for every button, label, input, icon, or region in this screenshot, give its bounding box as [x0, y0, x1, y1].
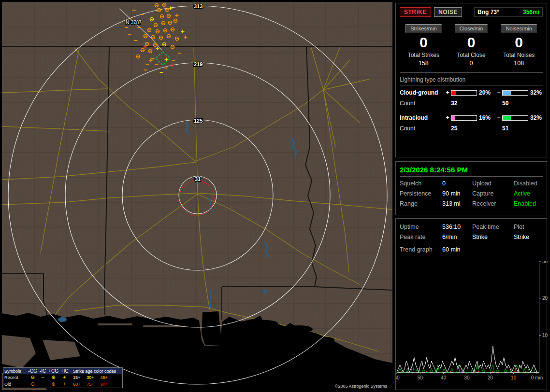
- strike-mode-button[interactable]: STRIKE: [400, 7, 431, 17]
- capture-status: Active: [514, 190, 543, 197]
- close-per-min-button[interactable]: Close/min: [455, 24, 488, 33]
- legend-col-nic: -IC: [38, 369, 48, 374]
- age-45: 45+: [101, 375, 108, 380]
- range-value: 313 mi: [442, 200, 472, 207]
- legend-age-title: Strike age color codes: [70, 369, 121, 374]
- ic-positive-pct: 16%: [477, 114, 495, 121]
- old-ic-minus-icon: −: [38, 382, 48, 387]
- total-noises-label: Total Noises: [495, 52, 543, 58]
- choctawhatchee-bay: [286, 325, 313, 333]
- persistence-label: Persistence: [400, 190, 442, 197]
- total-close-label: Total Close: [448, 52, 495, 58]
- pensacola-bay: [253, 320, 278, 327]
- peak-rate-value: 6/min: [442, 234, 472, 240]
- bearing-distance-readout: Bng 73° 356mi: [474, 7, 543, 17]
- bearing-value: Bng 73°: [478, 9, 499, 15]
- ic-positive-count: 25: [451, 125, 502, 132]
- total-strikes-label: Total Strikes: [400, 52, 448, 58]
- receiver-label: Receiver: [472, 200, 514, 207]
- uptime-label: Uptime: [400, 224, 442, 230]
- squelch-value: 0: [442, 180, 472, 187]
- legend-symbols-title: Symbols: [4, 369, 28, 374]
- total-strikes-value: 158: [400, 60, 448, 67]
- peak-time-label: Peak time: [472, 224, 514, 230]
- minus-polarity-sign: −: [495, 89, 502, 96]
- counters-section: STRIKE NOISE Bng 73° 356mi Strikes/min 0…: [395, 3, 547, 157]
- count-label: Count: [400, 100, 451, 107]
- age-60: 60+: [73, 382, 80, 387]
- cloud-ground-label: Cloud-ground: [400, 89, 444, 96]
- old-ic-plus-icon: +: [59, 382, 70, 387]
- ic-negative-pct: 32%: [528, 114, 547, 121]
- copyright-notice: ©2005 Astrogenic Systems: [333, 383, 390, 389]
- count-label: Count: [400, 125, 451, 132]
- svg-text:20: 20: [488, 375, 493, 380]
- intracloud-row: Intracloud + 16% − 32%: [400, 112, 543, 123]
- cg-negative-count: 50: [502, 100, 543, 107]
- distribution-title: Lightning type distribution: [400, 76, 543, 83]
- close-per-min-value: 0: [448, 35, 495, 50]
- intracloud-count-row: Count 25 51: [400, 123, 543, 134]
- svg-text:10: 10: [511, 375, 517, 380]
- legend-old-label: Old: [4, 382, 28, 387]
- symbol-legend: Symbols -CG -IC +CG +IC Strike age color…: [3, 367, 123, 388]
- total-close-value: 0: [448, 60, 495, 67]
- plot-label: Plot: [514, 224, 543, 230]
- old-cg-plus-icon: ⊕: [48, 382, 59, 387]
- legend-col-ncg: -CG: [28, 369, 38, 374]
- age-30: 30+: [87, 375, 94, 380]
- noise-mode-button[interactable]: NOISE: [434, 7, 462, 17]
- strikes-per-min-column: Strikes/min 0 Total Strikes 158: [400, 24, 448, 67]
- svg-text:30: 30: [542, 261, 548, 264]
- ring-label-125: 125: [194, 118, 203, 124]
- ic-positive-bar: [451, 115, 477, 121]
- age-90: 90+: [101, 382, 108, 387]
- recent-cg-plus-icon: ⊕: [48, 375, 59, 380]
- ic-negative-count: 51: [502, 125, 543, 132]
- total-noises-value: 108: [495, 60, 543, 67]
- peak-time-value: Strike: [472, 234, 514, 240]
- strikes-per-min-value: 0: [400, 35, 448, 50]
- svg-text:30: 30: [464, 375, 470, 380]
- intracloud-label: Intracloud: [400, 114, 444, 121]
- close-per-min-column: Close/min 0 Total Close 0: [448, 24, 495, 67]
- ring-label-31: 31: [195, 176, 201, 182]
- legend-col-pic: +IC: [59, 369, 70, 374]
- peak-rate-label: Peak rate: [400, 234, 442, 240]
- cg-positive-pct: 20%: [477, 89, 495, 96]
- svg-text:60: 60: [396, 375, 400, 380]
- recent-ic-plus-icon: +: [59, 375, 70, 380]
- barrier-island: [98, 323, 132, 325]
- trend-window-value: 60 min: [442, 246, 472, 253]
- old-cg-minus-icon: ⊖: [28, 382, 38, 387]
- cloud-ground-row: Cloud-ground + 20% − 32%: [400, 87, 543, 98]
- mobile-bay: [202, 311, 221, 346]
- st-andrew-bay: [319, 337, 334, 343]
- cg-negative-bar: [502, 90, 528, 96]
- svg-text:20: 20: [542, 295, 548, 301]
- cloud-ground-count-row: Count 32 50: [400, 98, 543, 109]
- upload-status: Disabled: [514, 180, 543, 187]
- plus-polarity-sign: +: [444, 89, 451, 96]
- trend-section: Uptime 536:10 Peak time Plot Peak rate 6…: [395, 218, 547, 390]
- trend-graph-canvas: 1020306050403020100 min: [396, 261, 548, 383]
- app-window: 313 219 125 31 N-3787 Symbols -CG -IC +C…: [0, 0, 550, 392]
- svg-text:10: 10: [542, 333, 548, 338]
- plus-polarity-sign: +: [444, 114, 451, 121]
- distance-value: 356mi: [523, 9, 539, 15]
- radar-map-panel[interactable]: 313 219 125 31 N-3787 Symbols -CG -IC +C…: [2, 2, 392, 390]
- settings-section: 2/3/2026 8:24:56 PM Squelch 0 Upload Dis…: [395, 161, 547, 215]
- status-panel: STRIKE NOISE Bng 73° 356mi Strikes/min 0…: [395, 2, 547, 390]
- noises-per-min-button[interactable]: Noises/min: [501, 24, 536, 33]
- map-canvas[interactable]: 313 219 125 31 N-3787: [2, 2, 392, 390]
- strikes-per-min-button[interactable]: Strikes/min: [405, 24, 441, 33]
- uptime-value: 536:10: [442, 224, 472, 230]
- age-75: 75+: [87, 382, 94, 387]
- legend-recent-label: Recent: [4, 375, 28, 380]
- svg-text:40: 40: [441, 375, 447, 380]
- recent-cg-minus-icon: ⊖: [28, 375, 38, 380]
- receiver-status: Enabled: [514, 200, 543, 207]
- ring-label-313: 313: [194, 3, 203, 9]
- trend-graph: 1020306050403020100 min: [396, 261, 547, 388]
- svg-text:50: 50: [418, 375, 423, 380]
